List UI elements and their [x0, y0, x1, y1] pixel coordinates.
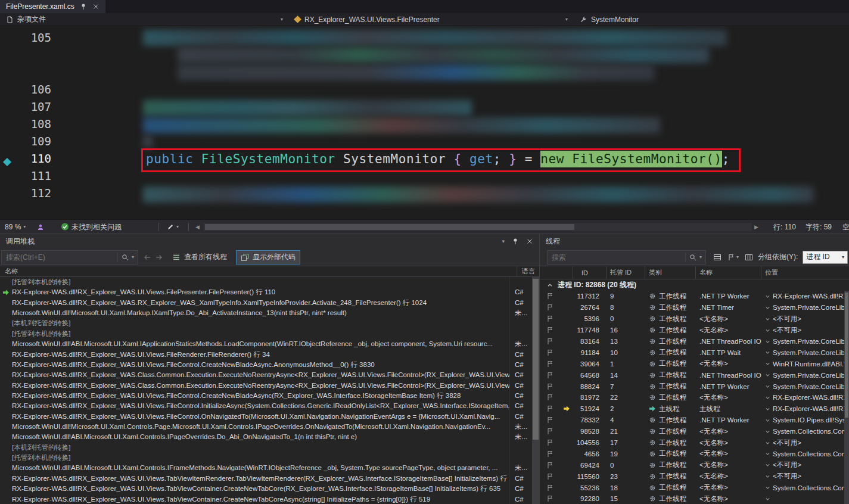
expand-chevron-icon[interactable] — [765, 350, 770, 355]
zoom-control[interactable]: 89 % ▾ — [5, 223, 26, 231]
expand-chevron-icon[interactable] — [765, 361, 770, 366]
flag-icon[interactable] — [540, 473, 560, 480]
list-view-icon[interactable] — [713, 253, 722, 262]
expand-chevron-icon[interactable] — [765, 418, 770, 423]
flag-icon[interactable] — [540, 293, 560, 300]
flag-icon[interactable] — [540, 484, 560, 491]
expand-chevron-icon[interactable] — [765, 474, 770, 479]
expand-chevron-icon[interactable] — [765, 372, 770, 378]
flag-icon[interactable] — [540, 349, 560, 356]
thread-row[interactable]: 888247工作线程.NET TP WorkerSystem.Private.C… — [540, 381, 845, 392]
expand-chevron-icon[interactable] — [765, 328, 770, 333]
thread-row[interactable]: 519242主线程主线程RX-Explorer-WAS.dll!RX — [540, 403, 845, 415]
callstack-frame[interactable]: Microsoft.WinUI.dll!ABI.Microsoft.UI.Xam… — [0, 432, 532, 442]
thread-location[interactable]: System.IO.Pipes.dll!Syste — [761, 416, 845, 424]
expand-chevron-icon[interactable] — [765, 451, 770, 456]
callstack-frame[interactable]: Microsoft.WinUI.dll!ABI.Microsoft.UI.Xam… — [0, 339, 532, 349]
thread-location[interactable]: System.Private.CoreLib.d — [761, 372, 845, 379]
back-button[interactable] — [143, 253, 151, 262]
thread-row[interactable]: 9228015工作线程<无名称> — [540, 493, 845, 504]
expand-chevron-icon[interactable] — [765, 395, 770, 400]
callstack-frame[interactable]: RX-Explorer-WAS.dll!RX_Explorer_WAS.UI.V… — [0, 412, 532, 422]
callstack-frame[interactable]: RX-Explorer-WAS.dll!RX_Explorer_WAS.Clas… — [0, 370, 532, 380]
thread-location[interactable]: <不可用> — [761, 315, 845, 323]
thread-group-header[interactable]: 进程 ID: 82868 (20 线程) — [540, 279, 849, 291]
expand-chevron-icon[interactable] — [765, 384, 770, 389]
callstack-frame[interactable]: [托管到本机的转换] — [0, 277, 532, 287]
thread-row[interactable]: 6456814工作线程.NET ThreadPool IOSystem.Priv… — [540, 369, 845, 381]
thread-row[interactable]: 1173129工作线程.NET TP WorkerRX-Explorer-WAS… — [540, 291, 845, 302]
document-tab[interactable]: FilePresenter.xaml.cs — [0, 0, 105, 13]
search-box[interactable]: ▾ — [1, 250, 138, 265]
ink-tool[interactable]: ▾ — [167, 223, 179, 231]
member-dropdown[interactable]: SystemMonitor — [574, 13, 849, 26]
thread-row[interactable]: 9118410工作线程.NET TP WaitSystem.Private.Co… — [540, 347, 845, 358]
expand-chevron-icon[interactable] — [765, 406, 770, 412]
thread-location[interactable]: RX-Explorer-WAS.dll!RX — [761, 394, 845, 401]
group-by-select[interactable]: 进程 ID ▾ — [803, 251, 848, 264]
column-header-location[interactable]: 位置 — [761, 266, 849, 279]
thread-row[interactable]: 783324工作线程.NET TP WorkerSystem.IO.Pipes.… — [540, 415, 845, 426]
flag-filter-icon[interactable]: ▾ — [727, 254, 739, 261]
scroll-left-button[interactable]: ◀ — [195, 224, 200, 230]
thread-row[interactable]: 694240工作线程<无名称><不可用> — [540, 459, 845, 471]
callstack-frame[interactable]: [本机到托管的转换] — [0, 443, 532, 453]
callstack-frame[interactable]: [本机到托管的转换] — [0, 318, 532, 328]
expand-chevron-icon[interactable] — [765, 339, 770, 344]
search-icon[interactable] — [122, 254, 129, 261]
forward-button[interactable] — [155, 253, 163, 262]
flag-icon[interactable] — [540, 372, 560, 379]
column-header-managed-id[interactable]: 托管 ID — [607, 266, 645, 279]
expand-chevron-icon[interactable] — [765, 462, 770, 468]
flag-icon[interactable] — [540, 405, 560, 412]
callstack-scrollbar[interactable] — [532, 277, 539, 504]
collapse-chevron-icon[interactable] — [547, 282, 553, 288]
callstack-frame[interactable]: Microsoft.WinUI.dll!Microsoft.UI.Xaml.Co… — [0, 422, 532, 432]
callstack-frame[interactable]: RX-Explorer-WAS.dll!RX_Explorer_WAS.UI.V… — [0, 360, 532, 370]
flag-icon[interactable] — [540, 450, 560, 458]
thread-row[interactable]: 8197222工作线程<无名称>RX-Explorer-WAS.dll!RX — [540, 392, 845, 403]
type-dropdown[interactable]: RX_Explorer_WAS.UI.Views.FilePresenter ▾ — [289, 13, 574, 26]
horizontal-scrollbar[interactable] — [204, 223, 752, 231]
column-header-category[interactable]: 类别 — [645, 266, 696, 279]
flag-icon[interactable] — [540, 416, 560, 424]
expand-chevron-icon[interactable] — [765, 294, 770, 299]
pin-tab-icon[interactable] — [80, 3, 87, 10]
callstack-frame[interactable]: RX-Explorer-WAS.dll!RX_Explorer_WAS.UI.V… — [0, 494, 532, 504]
search-options-icon[interactable]: ▾ — [132, 254, 134, 260]
flag-icon[interactable] — [540, 428, 560, 435]
thread-location[interactable]: RX-Explorer-WAS.dll!RX — [761, 405, 845, 412]
thread-row[interactable]: 8316413工作线程.NET ThreadPool IOSystem.Priv… — [540, 336, 845, 347]
live-share-icon[interactable] — [37, 223, 44, 231]
flag-icon[interactable] — [540, 360, 560, 368]
flag-icon[interactable] — [540, 462, 560, 469]
thread-row[interactable]: 11774816工作线程<无名称><不可用> — [540, 325, 845, 336]
thread-row[interactable]: 11556023工作线程<无名称><不可用> — [540, 471, 845, 482]
callstack-frame[interactable]: RX-Explorer-WAS.dll!RX_Explorer_WAS.RX_E… — [0, 298, 532, 308]
pin-panel-icon[interactable] — [512, 238, 519, 245]
thread-location[interactable]: System.Collections.Conc — [761, 450, 845, 458]
search-options-icon[interactable]: ▾ — [699, 254, 702, 260]
expand-chevron-icon[interactable] — [765, 316, 770, 322]
code-editor[interactable]: 105106107108109110111112 public FileSyst… — [0, 26, 849, 219]
callstack-frame[interactable]: RX-Explorer-WAS.dll!RX_Explorer_WAS.UI.V… — [0, 391, 532, 401]
thread-row[interactable]: 390641工作线程<无名称>WinRT.Runtime.dll!ABI.W — [540, 358, 845, 369]
scrollbar-thumb[interactable] — [205, 224, 574, 230]
flag-icon[interactable] — [540, 439, 560, 446]
close-panel-icon[interactable] — [526, 238, 533, 245]
column-header-language[interactable]: 语言 — [517, 266, 539, 276]
callstack-frame[interactable]: RX-Explorer-WAS.dll!RX_Explorer_WAS.UI.V… — [0, 401, 532, 411]
thread-location[interactable]: <不可用> — [761, 438, 845, 447]
thread-location[interactable]: System.Private.CoreLib.d — [761, 304, 845, 311]
thread-location[interactable]: System.Collections.Conc — [761, 484, 845, 491]
show-external-code-button[interactable]: 显示外部代码 — [236, 250, 300, 265]
column-header-name[interactable]: 名称 — [696, 266, 761, 279]
thread-location[interactable]: <不可用> — [761, 461, 845, 469]
callstack-frame[interactable]: Microsoft.WinUI.dll!ABI.Microsoft.UI.Xam… — [0, 463, 532, 473]
search-input[interactable] — [548, 253, 685, 262]
expand-chevron-icon[interactable] — [765, 429, 770, 434]
threads-scrollbar[interactable] — [844, 291, 849, 504]
flag-icon[interactable] — [540, 315, 560, 322]
callstack-frame[interactable]: [托管到本机的转换] — [0, 329, 532, 339]
flag-icon[interactable] — [540, 495, 560, 502]
